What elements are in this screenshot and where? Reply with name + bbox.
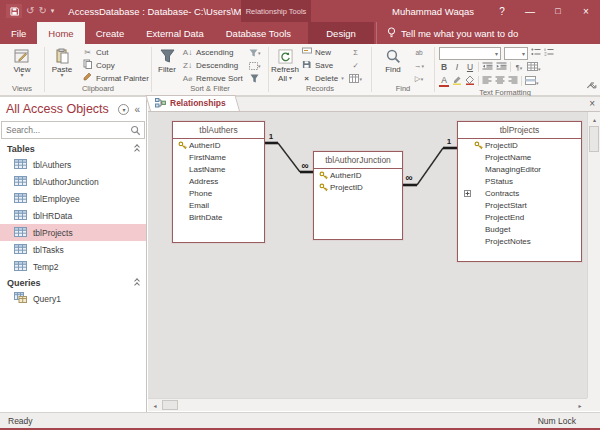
goto-button[interactable]: →▾ (411, 60, 427, 71)
filter-button[interactable]: Filter (152, 46, 182, 74)
remove-sort-button[interactable]: A⌀Remove Sort (182, 72, 243, 84)
sidebar-item-temp2[interactable]: Temp2 (0, 258, 146, 275)
alternate-row-color-icon[interactable]: ▾ (525, 76, 539, 87)
tab-external-data[interactable]: External Data (135, 22, 215, 44)
relationships-canvas[interactable]: 1∞1∞ tblAuthersAutherIDFirstNameLastName… (148, 112, 600, 411)
paste-button[interactable]: Paste ▾ (45, 46, 79, 77)
tab-create[interactable]: Create (85, 22, 136, 44)
align-left-icon[interactable] (482, 76, 492, 86)
help-button[interactable]: ? (488, 0, 516, 22)
align-center-icon[interactable] (495, 76, 505, 86)
close-document-icon[interactable]: × (589, 99, 595, 109)
collapse-group-icon[interactable] (135, 279, 139, 287)
sidebar-item-tbltasks[interactable]: tblTasks (0, 241, 146, 258)
field-row[interactable]: AutherID (173, 139, 264, 151)
field-row[interactable]: ProjectID (314, 181, 402, 193)
field-row[interactable]: BirthDate (173, 211, 264, 223)
relationship-table-title[interactable]: tblAuthorJunction (314, 152, 402, 169)
ascending-button[interactable]: A↓Ascending (182, 46, 243, 58)
advanced-filter-button[interactable]: ▾ (247, 47, 263, 58)
field-row[interactable]: Contracts (458, 187, 581, 199)
shutter-bar-close-icon[interactable]: « (134, 104, 140, 115)
customize-qat-icon[interactable]: ▾ (51, 7, 55, 15)
relationship-table-tblauthorjunction[interactable]: tblAuthorJunctionAutherIDProjectID (313, 151, 403, 240)
scroll-up-icon[interactable]: ▴ (589, 113, 600, 125)
signed-in-user[interactable]: Muhammad Waqas (392, 6, 474, 17)
sidebar-item-query1[interactable]: Query1 (0, 290, 146, 307)
view-button[interactable]: View ▾ (5, 46, 39, 77)
horizontal-scroll-thumb[interactable] (162, 400, 178, 410)
maximize-button[interactable]: □ (544, 0, 572, 22)
field-row[interactable]: ProjectID (458, 139, 581, 151)
increase-indent-icon[interactable] (496, 62, 507, 72)
field-row[interactable]: AutherID (314, 169, 402, 181)
tab-home[interactable]: Home (37, 22, 84, 44)
font-color-button[interactable]: A (439, 76, 449, 87)
undo-icon[interactable]: ↺ (26, 6, 34, 16)
relationship-table-title[interactable]: tblProjects (458, 122, 581, 139)
sidebar-item-tblhrdata[interactable]: tblHRData (0, 207, 146, 224)
field-row[interactable]: Phone (173, 187, 264, 199)
gridlines-icon[interactable]: ▾ (527, 62, 541, 73)
sidebar-item-tblauthorjunction[interactable]: tblAuthorJunction (0, 173, 146, 190)
highlight-color-icon[interactable] (452, 75, 462, 87)
find-button[interactable]: Find (379, 46, 407, 74)
tab-file[interactable]: File (0, 22, 37, 44)
collapse-group-icon[interactable] (135, 145, 139, 153)
tell-me-box[interactable]: Tell me what you want to do (376, 22, 518, 44)
sidebar-item-tblemployee[interactable]: tblEmployee (0, 190, 146, 207)
tab-database-tools[interactable]: Database Tools (215, 22, 302, 44)
more-records-button[interactable]: ▾ (348, 73, 364, 84)
relationship-table-tblprojects[interactable]: tblProjectsProjectIDProjectNameManagingE… (457, 121, 582, 262)
copy-button[interactable]: Copy (82, 59, 149, 71)
horizontal-scrollbar[interactable]: ◂ ▸ (148, 398, 587, 411)
field-row[interactable]: Budget (458, 223, 581, 235)
replace-button[interactable]: ab (411, 47, 427, 58)
vertical-scroll-thumb[interactable] (589, 126, 599, 152)
italic-button[interactable]: I (452, 62, 462, 72)
redo-icon[interactable]: ↻ (38, 6, 46, 16)
spelling-button[interactable]: ✓ (348, 60, 364, 71)
font-size-combo[interactable]: ▾ (504, 47, 528, 60)
format-painter-button[interactable]: Format Painter (82, 72, 149, 84)
delete-record-button[interactable]: ×Delete▾ (301, 72, 344, 84)
sidebar-item-tblauthers[interactable]: tblAuthers (0, 156, 146, 173)
background-color-icon[interactable] (465, 75, 475, 87)
field-row[interactable]: ProjectName (458, 151, 581, 163)
scroll-right-icon[interactable]: ▸ (574, 400, 586, 411)
field-row[interactable]: ManagingEditor (458, 163, 581, 175)
search-input[interactable] (2, 125, 130, 135)
new-record-button[interactable]: New (301, 46, 344, 58)
relationship-table-tblauthers[interactable]: tblAuthersAutherIDFirstNameLastNameAddre… (172, 121, 265, 243)
decrease-indent-icon[interactable] (482, 62, 493, 72)
field-row[interactable]: PStatus (458, 175, 581, 187)
tab-relationships[interactable]: Relationships (150, 95, 240, 111)
scroll-left-icon[interactable]: ◂ (149, 400, 161, 411)
descending-button[interactable]: Z↓Descending (182, 59, 243, 71)
field-row[interactable]: ProjectNotes (458, 235, 581, 247)
toggle-filter-button[interactable] (247, 73, 263, 84)
expand-icon[interactable] (463, 188, 472, 198)
nav-group-tables[interactable]: Tables (0, 141, 146, 156)
selection-button[interactable]: ▾ (247, 60, 263, 71)
nav-menu-icon[interactable]: ▾ (118, 104, 129, 115)
close-button[interactable]: × (572, 0, 600, 22)
nav-search-box[interactable] (1, 121, 145, 139)
field-row[interactable]: Address (173, 175, 264, 187)
save-button[interactable] (6, 4, 22, 18)
field-row[interactable]: ProjectStart (458, 199, 581, 211)
refresh-all-button[interactable]: Refresh All▾ (269, 46, 301, 83)
vertical-scrollbar[interactable]: ▴ ▾ (587, 112, 600, 411)
search-icon[interactable] (130, 125, 141, 136)
underline-button[interactable]: U (465, 62, 475, 72)
minimize-button[interactable]: — (516, 0, 544, 22)
bullets-icon[interactable] (531, 48, 541, 58)
save-record-button[interactable]: Save (301, 59, 344, 71)
field-row[interactable]: ProjectEnd (458, 211, 581, 223)
nav-group-queries[interactable]: Queries (0, 275, 146, 290)
relationship-table-title[interactable]: tblAuthers (173, 122, 264, 139)
font-name-combo[interactable]: ▾ (439, 47, 501, 60)
bold-button[interactable]: B (439, 62, 449, 72)
select-button[interactable]: ▷▾ (411, 73, 427, 84)
align-right-icon[interactable] (508, 76, 518, 86)
